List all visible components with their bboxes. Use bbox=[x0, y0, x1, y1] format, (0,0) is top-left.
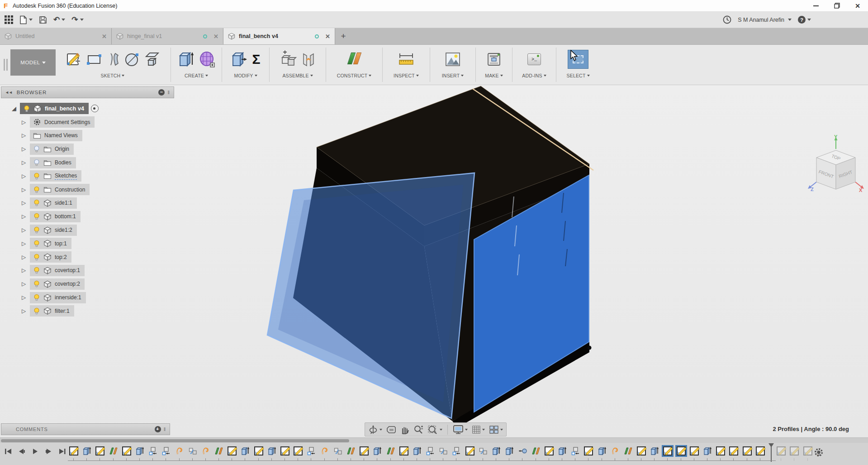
visibility-bulb-icon[interactable] bbox=[33, 294, 40, 301]
timeline-feature-joint-icon[interactable] bbox=[200, 445, 212, 457]
timeline-feature-sketch-icon[interactable] bbox=[358, 445, 370, 457]
timeline-feature-sketch-icon[interactable] bbox=[94, 445, 106, 457]
form-icon[interactable] bbox=[199, 50, 216, 68]
expand-arrow-icon[interactable]: ▷ bbox=[22, 159, 30, 166]
tab-close-icon[interactable]: ✕ bbox=[102, 33, 107, 40]
make-icon[interactable] bbox=[486, 51, 502, 67]
save-button[interactable] bbox=[39, 16, 47, 24]
timeline-feature-extrude-icon[interactable] bbox=[371, 445, 383, 457]
visibility-bulb-icon[interactable] bbox=[33, 240, 40, 247]
browser-item-document-settings[interactable]: ▷Document Settings bbox=[1, 115, 174, 129]
job-status-clock-icon[interactable] bbox=[723, 15, 731, 24]
add-ins-menu[interactable]: ADD-INS bbox=[522, 73, 546, 78]
layout-grid-icon[interactable] bbox=[472, 425, 485, 434]
timeline-feature-extrude-icon[interactable] bbox=[239, 445, 251, 457]
expand-arrow-icon[interactable]: ▷ bbox=[22, 200, 30, 206]
timeline-feature-rigid-group-icon[interactable] bbox=[332, 445, 344, 457]
browser-item-origin[interactable]: ▷Origin bbox=[1, 142, 174, 156]
expand-arrow-icon[interactable]: ▷ bbox=[22, 213, 30, 220]
browser-header[interactable]: ◄◄ BROWSER − ‖ bbox=[1, 86, 174, 98]
timeline-feature-extrude-icon[interactable] bbox=[649, 445, 660, 457]
viewports-icon[interactable] bbox=[489, 425, 503, 434]
viewports-caret-icon[interactable] bbox=[500, 429, 503, 431]
visibility-bulb-icon[interactable] bbox=[33, 199, 40, 206]
make-menu[interactable]: MAKE bbox=[485, 73, 503, 78]
add-comment-icon[interactable]: + bbox=[155, 426, 161, 432]
visibility-bulb-icon[interactable] bbox=[33, 267, 40, 274]
timeline-feature-joint-origin-icon[interactable] bbox=[517, 445, 528, 457]
create-menu[interactable]: CREATE bbox=[185, 73, 208, 78]
browser-item-top-1[interactable]: ▷top:1 bbox=[1, 237, 174, 250]
panel-grip-icon[interactable]: ‖ bbox=[164, 427, 166, 432]
zoom-icon[interactable] bbox=[413, 425, 423, 435]
fit-caret-icon[interactable] bbox=[440, 429, 442, 431]
view-cube[interactable]: Y Z X TOP FRONT RIGHT bbox=[806, 134, 866, 198]
play-button[interactable] bbox=[30, 446, 41, 457]
browser-item-covertop-1[interactable]: ▷covertop:1 bbox=[1, 264, 174, 278]
restore-button[interactable] bbox=[826, 0, 847, 11]
minimize-browser-icon[interactable]: − bbox=[158, 89, 165, 96]
browser-item-side1-2[interactable]: ▷side1:2 bbox=[1, 223, 174, 237]
timeline-feature-sketch-icon[interactable] bbox=[662, 445, 674, 457]
rectangle-icon[interactable] bbox=[86, 51, 102, 67]
viewport-canvas[interactable]: ◄◄ BROWSER − ‖ ◢ final_bench v4 ▷Documen… bbox=[0, 85, 868, 437]
timeline-feature-joint-icon[interactable] bbox=[319, 445, 331, 457]
timeline-feature-sketch-icon[interactable] bbox=[688, 445, 700, 457]
user-account-button[interactable]: S M Anamul Arefin bbox=[738, 17, 792, 23]
redo-button[interactable]: ↷ bbox=[71, 16, 83, 24]
browser-item-innerside-1[interactable]: ▷innerside:1 bbox=[1, 291, 174, 304]
workspace-selector[interactable]: MODEL bbox=[10, 49, 56, 76]
timeline-settings-gear-icon[interactable] bbox=[814, 447, 824, 457]
timeline-feature-sketch-icon[interactable] bbox=[253, 445, 265, 457]
step-back-button[interactable] bbox=[16, 446, 27, 457]
expand-arrow-icon[interactable]: ▷ bbox=[22, 308, 30, 314]
timeline-feature-sketch-icon[interactable] bbox=[775, 445, 787, 457]
loft-icon[interactable] bbox=[144, 51, 160, 67]
expand-arrow-icon[interactable]: ▷ bbox=[22, 187, 30, 193]
panel-grip-icon[interactable]: ‖ bbox=[167, 90, 170, 95]
browser-item-bottom-1[interactable]: ▷bottom:1 bbox=[1, 210, 174, 223]
add-ins-icon[interactable]: >_ bbox=[527, 53, 541, 65]
timeline-feature-sketch-icon[interactable] bbox=[68, 445, 80, 457]
timeline-feature-sketch-icon[interactable] bbox=[715, 445, 726, 457]
comments-header[interactable]: COMMENTS + ‖ bbox=[1, 423, 170, 435]
help-button[interactable]: ? bbox=[798, 16, 811, 24]
browser-item-bodies[interactable]: ▷Bodies bbox=[1, 156, 174, 169]
look-at-icon[interactable] bbox=[386, 425, 396, 434]
browser-root-item[interactable]: ◢ final_bench v4 bbox=[1, 102, 174, 115]
display-settings-icon[interactable] bbox=[453, 425, 468, 434]
timeline-feature-extrude-icon[interactable] bbox=[490, 445, 502, 457]
pan-icon[interactable] bbox=[400, 425, 409, 434]
visibility-bulb-icon[interactable] bbox=[33, 280, 40, 288]
collapse-panel-icon[interactable]: ◄◄ bbox=[5, 90, 12, 95]
timeline-scrollbar[interactable] bbox=[0, 437, 868, 443]
timeline-feature-sketch-icon[interactable] bbox=[802, 445, 814, 457]
minimize-button[interactable] bbox=[806, 0, 826, 11]
timeline-feature-extrude-icon[interactable] bbox=[266, 445, 278, 457]
timeline-feature-extrude-icon[interactable] bbox=[134, 445, 146, 457]
timeline-feature-extrude-icon[interactable] bbox=[81, 445, 93, 457]
browser-item-top-2[interactable]: ▷top:2 bbox=[1, 250, 174, 264]
timeline-feature-extrude-icon[interactable] bbox=[556, 445, 568, 457]
select-menu[interactable]: SELECT bbox=[566, 73, 589, 78]
visibility-bulb-icon[interactable] bbox=[33, 226, 40, 234]
timeline-feature-sketch-icon[interactable] bbox=[292, 445, 304, 457]
browser-item-side1-1[interactable]: ▷side1:1 bbox=[1, 197, 174, 210]
circle-icon[interactable] bbox=[124, 51, 140, 67]
tab-untitled[interactable]: Untitled ✕ bbox=[0, 28, 112, 44]
timeline-feature-sketch-icon[interactable] bbox=[464, 445, 476, 457]
timeline-feature-extrude-icon[interactable] bbox=[702, 445, 713, 457]
visibility-bulb-icon[interactable] bbox=[33, 307, 40, 315]
timeline-feature-rigid-group-icon[interactable] bbox=[437, 445, 449, 457]
close-button[interactable]: ✕ bbox=[847, 0, 868, 11]
visibility-bulb-icon[interactable] bbox=[33, 213, 40, 220]
orbit-icon[interactable] bbox=[368, 425, 382, 435]
browser-item-named-views[interactable]: ▷Named Views bbox=[1, 129, 174, 143]
insert-image-icon[interactable] bbox=[444, 51, 461, 67]
timeline-feature-plane-icon[interactable] bbox=[345, 445, 357, 457]
timeline-feature-rigid-group-icon[interactable] bbox=[187, 445, 199, 457]
timeline-feature-plane-icon[interactable] bbox=[108, 445, 119, 457]
tab-close-icon[interactable]: ✕ bbox=[213, 33, 218, 40]
expand-arrow-icon[interactable]: ▷ bbox=[22, 119, 30, 125]
timeline-feature-rigid-group-icon[interactable] bbox=[477, 445, 489, 457]
